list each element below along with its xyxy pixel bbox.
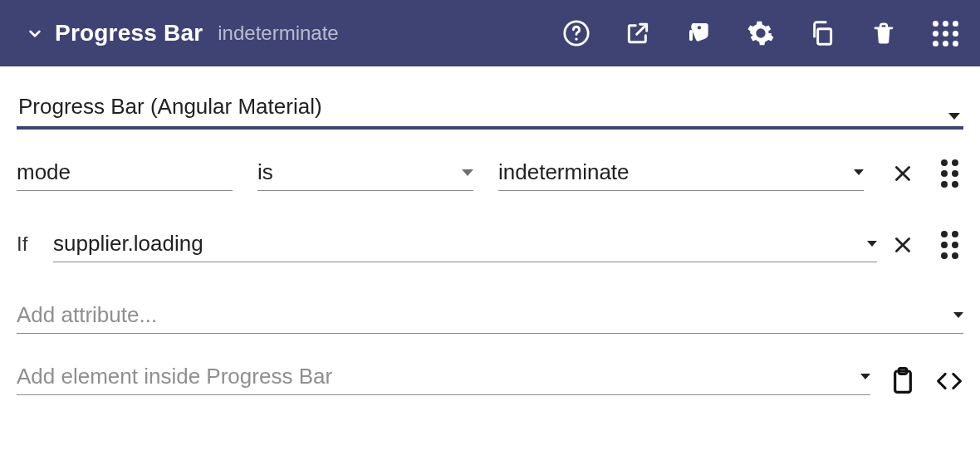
- style-icon: [686, 20, 713, 46]
- gear-icon: [747, 19, 775, 47]
- copy-icon: [809, 20, 835, 46]
- delete-button[interactable]: [869, 18, 899, 48]
- add-attribute-row: Add attribute...: [17, 297, 963, 334]
- add-child-placeholder: Add element inside Progress Bar: [17, 364, 332, 389]
- attribute-row: mode is indeterminate: [17, 154, 963, 191]
- add-child-select[interactable]: Add element inside Progress Bar: [17, 359, 870, 395]
- header-bar: Progress Bar indeterminate: [0, 0, 980, 66]
- caret-down-icon: [948, 113, 960, 120]
- attr-name-input[interactable]: mode: [17, 154, 233, 191]
- remove-condition-button[interactable]: [889, 231, 917, 259]
- open-in-new-button[interactable]: [623, 18, 653, 48]
- more-button[interactable]: [930, 18, 960, 48]
- caret-down-icon: [462, 169, 473, 176]
- collapse-toggle[interactable]: [15, 22, 55, 44]
- svg-point-3: [698, 26, 701, 29]
- close-icon: [892, 234, 914, 256]
- drag-handle[interactable]: [935, 159, 963, 188]
- component-type-label: Progress Bar (Angular Material): [17, 94, 327, 126]
- svg-point-1: [575, 37, 577, 40]
- trash-icon: [871, 20, 896, 46]
- attr-row-actions: [889, 159, 963, 191]
- header-subtitle: indeterminate: [218, 22, 338, 45]
- attr-name-value: mode: [17, 159, 71, 185]
- caret-down-icon: [860, 374, 870, 379]
- grid-dots-icon: [933, 21, 958, 46]
- remove-attr-button[interactable]: [889, 159, 917, 188]
- header-title: Progress Bar: [55, 20, 203, 46]
- if-label: If: [17, 232, 42, 262]
- add-child-row: Add element inside Progress Bar: [17, 359, 963, 395]
- close-icon: [892, 163, 914, 184]
- condition-row-actions: [889, 231, 963, 262]
- chevron-down-icon: [24, 22, 46, 44]
- clipboard-icon: [889, 366, 916, 396]
- svg-rect-4: [818, 29, 831, 45]
- add-attribute-placeholder: Add attribute...: [17, 302, 157, 328]
- panel-body: Progress Bar (Angular Material) mode is …: [0, 66, 980, 412]
- style-button[interactable]: [684, 18, 714, 48]
- open-in-new-icon: [625, 20, 651, 46]
- condition-expression-input[interactable]: supplier.loading: [53, 226, 877, 262]
- drag-dots-icon: [941, 231, 958, 259]
- caret-down-icon: [867, 241, 877, 247]
- caret-down-icon: [953, 312, 963, 318]
- condition-expression-value: supplier.loading: [53, 231, 203, 257]
- svg-rect-2: [689, 30, 693, 41]
- condition-row: If supplier.loading: [17, 226, 963, 262]
- component-type-dropdown[interactable]: Progress Bar (Angular Material): [17, 90, 963, 130]
- caret-down-icon: [854, 169, 864, 175]
- add-attribute-select[interactable]: Add attribute...: [17, 297, 963, 334]
- help-icon: [562, 19, 590, 47]
- attr-value-select[interactable]: indeterminate: [498, 154, 864, 191]
- header-actions: [561, 18, 965, 48]
- attr-operator-value: is: [257, 159, 273, 185]
- copy-button[interactable]: [807, 18, 837, 48]
- attr-value-value: indeterminate: [498, 159, 630, 185]
- code-button[interactable]: [935, 367, 963, 395]
- drag-handle[interactable]: [935, 231, 963, 259]
- code-icon: [935, 369, 963, 393]
- drag-dots-icon: [941, 159, 958, 188]
- settings-button[interactable]: [746, 18, 776, 48]
- paste-button[interactable]: [889, 367, 917, 395]
- help-button[interactable]: [561, 18, 591, 48]
- attr-operator-select[interactable]: is: [257, 154, 473, 191]
- dropdown-caret: [945, 113, 963, 126]
